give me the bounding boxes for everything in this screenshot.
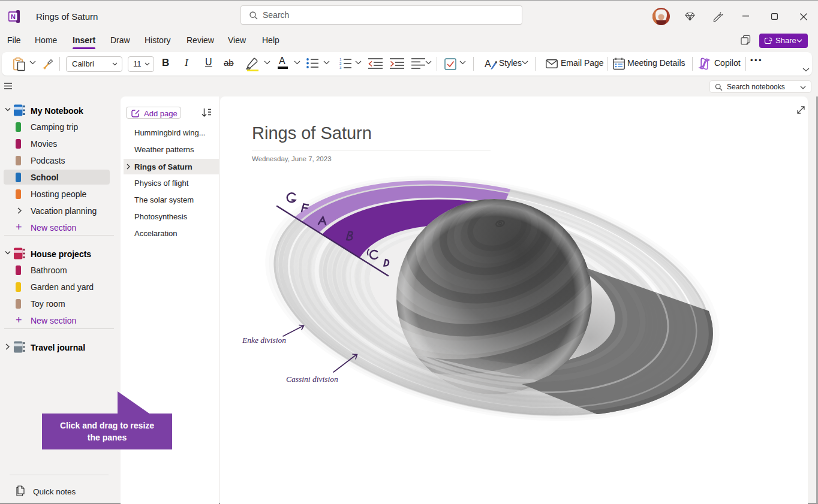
svg-text:2: 2 (339, 61, 342, 65)
svg-text:3: 3 (339, 65, 342, 70)
svg-text:Enke division: Enke division (242, 336, 286, 345)
svg-text:A: A (485, 59, 491, 69)
svg-text:Cassini division: Cassini division (286, 375, 338, 384)
svg-text:1: 1 (339, 57, 342, 61)
